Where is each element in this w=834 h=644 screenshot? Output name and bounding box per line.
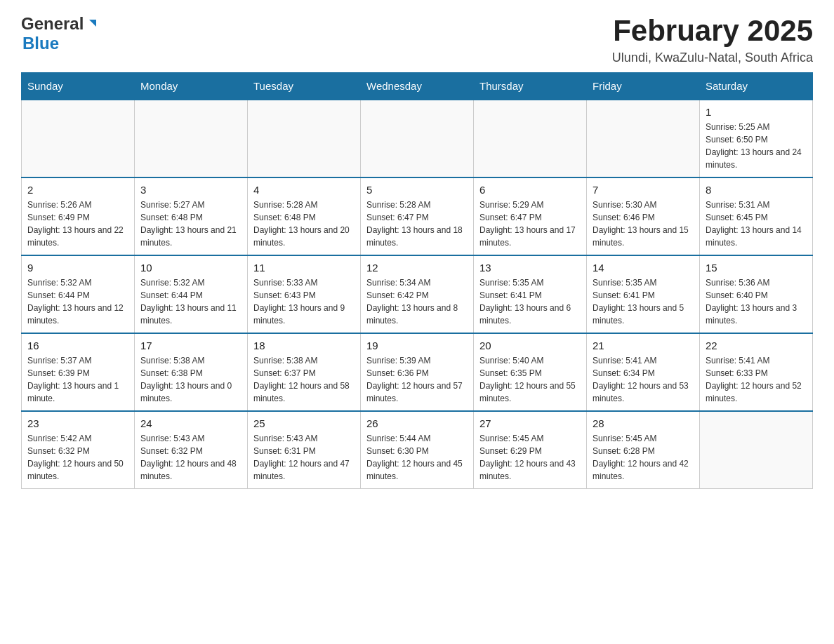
- day-info: Sunrise: 5:28 AM Sunset: 6:48 PM Dayligh…: [253, 199, 355, 249]
- day-info: Sunrise: 5:41 AM Sunset: 6:34 PM Dayligh…: [593, 354, 694, 405]
- day-number: 2: [27, 184, 128, 196]
- calendar-cell: 14Sunrise: 5:35 AM Sunset: 6:41 PM Dayli…: [587, 255, 700, 333]
- weekday-header-wednesday: Wednesday: [361, 73, 474, 100]
- day-number: 11: [253, 262, 355, 274]
- calendar-cell: 25Sunrise: 5:43 AM Sunset: 6:31 PM Dayli…: [248, 411, 361, 489]
- weekday-header-sunday: Sunday: [22, 73, 135, 100]
- day-number: 25: [253, 417, 355, 429]
- day-number: 19: [366, 340, 468, 351]
- day-number: 7: [593, 184, 694, 196]
- weekday-header-row: SundayMondayTuesdayWednesdayThursdayFrid…: [22, 73, 813, 100]
- day-number: 8: [706, 184, 807, 196]
- logo-blue-text: Blue: [22, 34, 59, 53]
- calendar-cell: 4Sunrise: 5:28 AM Sunset: 6:48 PM Daylig…: [248, 177, 361, 255]
- day-number: 5: [366, 184, 468, 196]
- calendar-cell: 27Sunrise: 5:45 AM Sunset: 6:29 PM Dayli…: [474, 411, 587, 489]
- day-number: 20: [479, 340, 581, 351]
- day-info: Sunrise: 5:40 AM Sunset: 6:35 PM Dayligh…: [479, 354, 581, 405]
- calendar-cell: 26Sunrise: 5:44 AM Sunset: 6:30 PM Dayli…: [361, 411, 474, 489]
- svg-marker-0: [89, 20, 96, 27]
- day-info: Sunrise: 5:35 AM Sunset: 6:41 PM Dayligh…: [593, 276, 694, 327]
- calendar-cell: 11Sunrise: 5:33 AM Sunset: 6:43 PM Dayli…: [248, 255, 361, 333]
- day-info: Sunrise: 5:31 AM Sunset: 6:45 PM Dayligh…: [706, 199, 807, 249]
- day-info: Sunrise: 5:36 AM Sunset: 6:40 PM Dayligh…: [706, 276, 807, 327]
- day-info: Sunrise: 5:38 AM Sunset: 6:38 PM Dayligh…: [140, 354, 241, 405]
- calendar-cell: 16Sunrise: 5:37 AM Sunset: 6:39 PM Dayli…: [22, 333, 135, 411]
- day-info: Sunrise: 5:39 AM Sunset: 6:36 PM Dayligh…: [366, 354, 468, 405]
- page-header: General Blue February 2025 Ulundi, KwaZu…: [21, 14, 813, 65]
- title-section: February 2025 Ulundi, KwaZulu-Natal, Sou…: [612, 14, 813, 65]
- calendar-cell: [474, 100, 587, 177]
- day-info: Sunrise: 5:43 AM Sunset: 6:31 PM Dayligh…: [253, 432, 355, 483]
- weekday-header-saturday: Saturday: [700, 73, 813, 100]
- calendar-cell: 28Sunrise: 5:45 AM Sunset: 6:28 PM Dayli…: [587, 411, 700, 489]
- day-info: Sunrise: 5:32 AM Sunset: 6:44 PM Dayligh…: [140, 276, 241, 327]
- day-number: 3: [140, 184, 241, 196]
- calendar-cell: 1Sunrise: 5:25 AM Sunset: 6:50 PM Daylig…: [700, 100, 813, 177]
- calendar-cell: 23Sunrise: 5:42 AM Sunset: 6:32 PM Dayli…: [22, 411, 135, 489]
- day-info: Sunrise: 5:27 AM Sunset: 6:48 PM Dayligh…: [140, 199, 241, 249]
- day-info: Sunrise: 5:25 AM Sunset: 6:50 PM Dayligh…: [706, 121, 807, 171]
- calendar-cell: [700, 411, 813, 489]
- logo: General Blue: [21, 14, 99, 53]
- calendar-cell: 22Sunrise: 5:41 AM Sunset: 6:33 PM Dayli…: [700, 333, 813, 411]
- calendar-week-3: 9Sunrise: 5:32 AM Sunset: 6:44 PM Daylig…: [22, 255, 813, 333]
- day-number: 4: [253, 184, 355, 196]
- weekday-header-tuesday: Tuesday: [248, 73, 361, 100]
- day-info: Sunrise: 5:30 AM Sunset: 6:46 PM Dayligh…: [593, 199, 694, 249]
- calendar-week-4: 16Sunrise: 5:37 AM Sunset: 6:39 PM Dayli…: [22, 333, 813, 411]
- calendar-cell: 12Sunrise: 5:34 AM Sunset: 6:42 PM Dayli…: [361, 255, 474, 333]
- calendar-cell: 8Sunrise: 5:31 AM Sunset: 6:45 PM Daylig…: [700, 177, 813, 255]
- day-number: 18: [253, 340, 355, 351]
- day-info: Sunrise: 5:41 AM Sunset: 6:33 PM Dayligh…: [706, 354, 807, 405]
- calendar-cell: 3Sunrise: 5:27 AM Sunset: 6:48 PM Daylig…: [135, 177, 248, 255]
- day-number: 23: [27, 417, 128, 429]
- calendar-week-1: 1Sunrise: 5:25 AM Sunset: 6:50 PM Daylig…: [22, 100, 813, 177]
- day-number: 15: [706, 262, 807, 274]
- calendar-week-5: 23Sunrise: 5:42 AM Sunset: 6:32 PM Dayli…: [22, 411, 813, 489]
- calendar-cell: [361, 100, 474, 177]
- calendar-cell: 24Sunrise: 5:43 AM Sunset: 6:32 PM Dayli…: [135, 411, 248, 489]
- calendar-cell: 9Sunrise: 5:32 AM Sunset: 6:44 PM Daylig…: [22, 255, 135, 333]
- day-info: Sunrise: 5:38 AM Sunset: 6:37 PM Dayligh…: [253, 354, 355, 405]
- day-info: Sunrise: 5:45 AM Sunset: 6:28 PM Dayligh…: [593, 432, 694, 483]
- weekday-header-thursday: Thursday: [474, 73, 587, 100]
- day-info: Sunrise: 5:45 AM Sunset: 6:29 PM Dayligh…: [479, 432, 581, 483]
- calendar-cell: 10Sunrise: 5:32 AM Sunset: 6:44 PM Dayli…: [135, 255, 248, 333]
- calendar-cell: 13Sunrise: 5:35 AM Sunset: 6:41 PM Dayli…: [474, 255, 587, 333]
- day-info: Sunrise: 5:33 AM Sunset: 6:43 PM Dayligh…: [253, 276, 355, 327]
- calendar-cell: 18Sunrise: 5:38 AM Sunset: 6:37 PM Dayli…: [248, 333, 361, 411]
- day-number: 9: [27, 262, 128, 274]
- calendar-cell: 15Sunrise: 5:36 AM Sunset: 6:40 PM Dayli…: [700, 255, 813, 333]
- calendar-cell: 17Sunrise: 5:38 AM Sunset: 6:38 PM Dayli…: [135, 333, 248, 411]
- day-info: Sunrise: 5:29 AM Sunset: 6:47 PM Dayligh…: [479, 199, 581, 249]
- day-number: 17: [140, 340, 241, 351]
- day-info: Sunrise: 5:42 AM Sunset: 6:32 PM Dayligh…: [27, 432, 128, 483]
- day-number: 27: [479, 417, 581, 429]
- calendar-week-2: 2Sunrise: 5:26 AM Sunset: 6:49 PM Daylig…: [22, 177, 813, 255]
- day-info: Sunrise: 5:43 AM Sunset: 6:32 PM Dayligh…: [140, 432, 241, 483]
- day-number: 21: [593, 340, 694, 351]
- calendar-cell: 19Sunrise: 5:39 AM Sunset: 6:36 PM Dayli…: [361, 333, 474, 411]
- weekday-header-monday: Monday: [135, 73, 248, 100]
- day-info: Sunrise: 5:26 AM Sunset: 6:49 PM Dayligh…: [27, 199, 128, 249]
- day-number: 1: [706, 106, 807, 118]
- month-title: February 2025: [612, 14, 813, 48]
- calendar-cell: 5Sunrise: 5:28 AM Sunset: 6:47 PM Daylig…: [361, 177, 474, 255]
- day-number: 6: [479, 184, 581, 196]
- day-number: 16: [27, 340, 128, 351]
- day-info: Sunrise: 5:37 AM Sunset: 6:39 PM Dayligh…: [27, 354, 128, 405]
- calendar-cell: 7Sunrise: 5:30 AM Sunset: 6:46 PM Daylig…: [587, 177, 700, 255]
- calendar-cell: [248, 100, 361, 177]
- day-info: Sunrise: 5:32 AM Sunset: 6:44 PM Dayligh…: [27, 276, 128, 327]
- calendar-cell: 21Sunrise: 5:41 AM Sunset: 6:34 PM Dayli…: [587, 333, 700, 411]
- day-number: 28: [593, 417, 694, 429]
- calendar-cell: [22, 100, 135, 177]
- calendar-cell: [587, 100, 700, 177]
- location-subtitle: Ulundi, KwaZulu-Natal, South Africa: [612, 51, 813, 65]
- day-number: 10: [140, 262, 241, 274]
- day-info: Sunrise: 5:34 AM Sunset: 6:42 PM Dayligh…: [366, 276, 468, 327]
- logo-arrow-icon: [86, 17, 99, 32]
- day-number: 12: [366, 262, 468, 274]
- day-info: Sunrise: 5:28 AM Sunset: 6:47 PM Dayligh…: [366, 199, 468, 249]
